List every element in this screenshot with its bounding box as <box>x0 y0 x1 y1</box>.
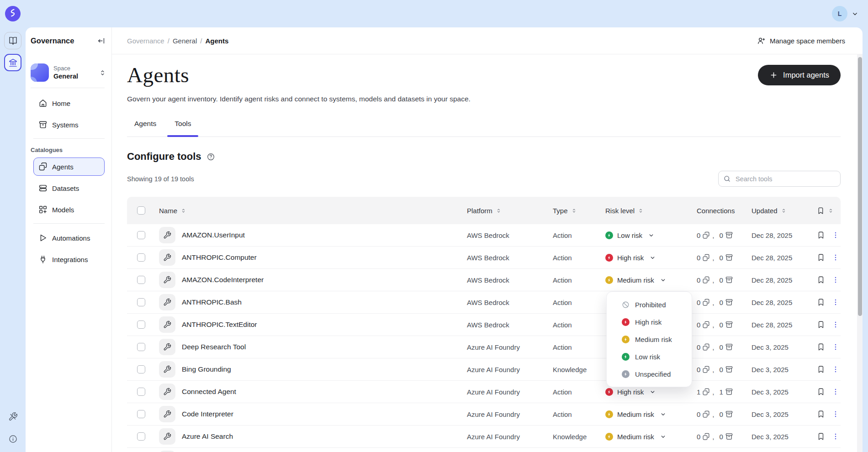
risk-option-high[interactable]: High risk <box>607 313 692 331</box>
connections-agents-count: 0 <box>697 343 700 351</box>
row-menu-button[interactable] <box>831 365 840 373</box>
column-header-bookmark[interactable] <box>802 207 841 215</box>
scrollbar-thumb[interactable] <box>858 57 862 316</box>
row-checkbox[interactable] <box>137 388 145 396</box>
row-menu-button[interactable] <box>831 410 840 418</box>
comma: , <box>712 276 714 284</box>
sidebar-item-agents[interactable]: Agents <box>33 158 105 176</box>
avatar[interactable]: L <box>832 6 847 21</box>
tab-tools[interactable]: Tools <box>167 120 198 137</box>
bookmark-button[interactable] <box>817 276 825 284</box>
row-menu-button[interactable] <box>831 321 840 329</box>
tool-icon-badge <box>159 227 175 243</box>
bookmark-button[interactable] <box>817 298 825 306</box>
row-checkbox[interactable] <box>137 231 145 239</box>
bookmark-button[interactable] <box>817 388 825 396</box>
column-label: Name <box>159 207 177 215</box>
column-header-name[interactable]: Name <box>151 207 459 215</box>
row-checkbox[interactable] <box>137 276 145 284</box>
breadcrumb-link[interactable]: Governance <box>127 37 164 45</box>
sidebar-item-home[interactable]: Home <box>33 94 105 112</box>
connections-agents-count: 0 <box>697 276 700 284</box>
row-menu-button[interactable] <box>831 253 840 262</box>
tools-icon[interactable] <box>8 412 18 421</box>
risk-high-icon <box>605 254 613 262</box>
comma: , <box>712 231 714 239</box>
help-icon[interactable] <box>206 152 215 161</box>
row-checkbox[interactable] <box>137 321 145 329</box>
row-menu-button[interactable] <box>831 231 840 239</box>
bookmark-button[interactable] <box>817 321 825 329</box>
manage-members-button[interactable]: Manage space members <box>757 37 845 45</box>
table-row: AMAZON.UserInputAWS BedrockActionLow ris… <box>127 224 841 247</box>
table-row: ANTHROPIC.TextEditorAWS BedrockAction0,0… <box>127 314 841 336</box>
breadcrumb-bar: Governance/General/Agents Manage space m… <box>112 27 863 54</box>
row-menu-button[interactable] <box>831 432 840 441</box>
sidebar-item-systems[interactable]: Systems <box>33 116 105 134</box>
risk-level-selector[interactable]: Medium risk <box>605 433 667 441</box>
bookmark-button[interactable] <box>817 410 825 418</box>
row-checkbox[interactable] <box>137 432 145 441</box>
tool-platform: Azure AI Foundry <box>459 388 546 396</box>
search-tools-input[interactable] <box>735 175 836 183</box>
row-menu-button[interactable] <box>831 298 840 306</box>
column-header-risk-level[interactable]: Risk level <box>598 207 688 215</box>
risk-medium-icon <box>605 410 613 418</box>
column-label: Updated <box>752 207 778 215</box>
row-menu-button[interactable] <box>831 276 840 284</box>
bookmark-button[interactable] <box>817 365 825 373</box>
systems-connection-icon <box>725 276 733 284</box>
rail-book-button[interactable] <box>4 32 21 49</box>
column-header-updated[interactable]: Updated <box>742 207 802 215</box>
sidebar-item-datasets[interactable]: Datasets <box>33 179 105 197</box>
rail-bank-button[interactable] <box>4 54 21 71</box>
bookmark-button[interactable] <box>817 343 825 351</box>
column-header-platform[interactable]: Platform <box>459 207 546 215</box>
row-menu-button[interactable] <box>831 343 840 351</box>
column-header-type[interactable]: Type <box>546 207 598 215</box>
risk-option-medium[interactable]: Medium risk <box>607 331 692 348</box>
collapse-sidebar-button[interactable] <box>97 37 106 45</box>
row-checkbox[interactable] <box>137 343 145 351</box>
connections-agents-count: 0 <box>697 366 700 373</box>
agents-connection-icon <box>702 433 710 441</box>
sidebar-item-models[interactable]: Models <box>33 200 105 219</box>
risk-level-selector[interactable]: Medium risk <box>605 410 667 418</box>
info-icon[interactable] <box>8 434 18 444</box>
risk-level-selector[interactable]: High risk <box>605 254 656 262</box>
account-chevron-down-icon[interactable] <box>851 10 859 18</box>
connections-systems-count: 0 <box>720 321 723 329</box>
risk-option-prohibited[interactable]: Prohibited <box>607 296 692 313</box>
topbar: L <box>0 0 868 27</box>
row-checkbox[interactable] <box>137 410 145 418</box>
comma: , <box>712 410 714 418</box>
bookmark-button[interactable] <box>817 432 825 441</box>
tool-icon-badge <box>159 384 175 400</box>
bookmark-button[interactable] <box>817 253 825 262</box>
select-all-checkbox[interactable] <box>137 206 145 215</box>
row-checkbox[interactable] <box>137 298 145 306</box>
space-selector[interactable]: Space General <box>31 63 106 82</box>
column-header-connections: Connections <box>688 207 742 215</box>
sidebar-item-automations[interactable]: Automations <box>33 229 105 247</box>
sidebar-item-integrations[interactable]: Integrations <box>33 250 105 268</box>
risk-level-selector[interactable]: Low risk <box>605 231 655 239</box>
risk-option-label: Low risk <box>635 353 660 361</box>
risk-option-low[interactable]: Low risk <box>607 348 692 365</box>
row-checkbox[interactable] <box>137 253 145 262</box>
search-tools-field[interactable] <box>718 171 841 187</box>
risk-level-label: High risk <box>617 254 644 262</box>
risk-level-selector[interactable]: Medium risk <box>605 276 667 284</box>
risk-option-unspecified[interactable]: Unspecified <box>607 365 692 383</box>
tool-platform: AWS Bedrock <box>459 321 546 329</box>
connections-systems-count: 0 <box>720 366 723 373</box>
sidebar-item-label: Automations <box>52 234 90 242</box>
row-checkbox[interactable] <box>137 365 145 373</box>
tab-agents[interactable]: Agents <box>127 120 164 137</box>
row-menu-button[interactable] <box>831 388 840 396</box>
risk-level-selector[interactable]: High risk <box>605 388 656 396</box>
import-agents-button[interactable]: Import agents <box>758 65 841 85</box>
breadcrumb-link[interactable]: General <box>173 37 197 45</box>
tool-type: Action <box>546 254 598 262</box>
bookmark-button[interactable] <box>817 231 825 239</box>
